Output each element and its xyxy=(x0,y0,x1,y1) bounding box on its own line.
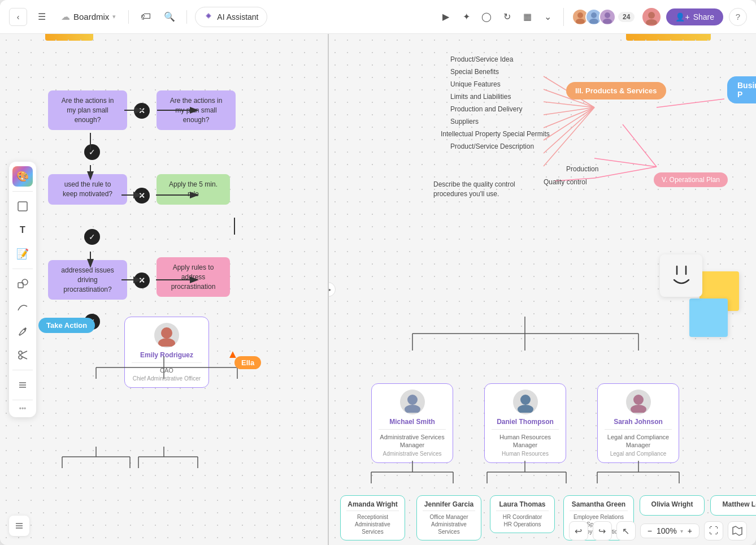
zoom-chevron-icon[interactable]: ▾ xyxy=(680,528,683,534)
daniel-name: Daniel Thompson xyxy=(492,418,559,426)
single-avatar[interactable] xyxy=(642,8,661,26)
cloud-icon: ☁ xyxy=(61,11,70,22)
smiley-icon xyxy=(667,262,696,290)
cursor-button[interactable]: ↖ xyxy=(616,521,636,540)
content-area: 🎨 T 📝 xyxy=(0,34,756,545)
org-card-jennifer: Jennifer Garcia Office Manager Administr… xyxy=(416,495,481,540)
mm-center-node[interactable]: III. Products & Services xyxy=(566,82,666,100)
share-label: Share xyxy=(693,12,714,21)
mm-operational-node[interactable]: V. Operational Plan xyxy=(654,172,728,187)
mm-quality: Quality control xyxy=(544,178,587,186)
circle-x-2: ✕ xyxy=(134,188,150,204)
note-tool[interactable]: 📝 xyxy=(12,244,33,264)
ceo-avatar xyxy=(154,323,179,348)
avatar-count: 24 xyxy=(618,12,635,22)
org-card-daniel: Daniel Thompson Human Resources Manager … xyxy=(484,383,566,463)
chart-tool-button[interactable]: ▦ xyxy=(518,8,536,26)
mm-describe: Describe the quality control procedures … xyxy=(433,180,524,199)
undo-button[interactable]: ↩ xyxy=(569,521,588,540)
org-card-ceo: Emily Rodriguez CAO Chief Administrative… xyxy=(124,317,209,388)
daniel-title: Human Resources Manager xyxy=(492,433,559,449)
refresh-tool-button[interactable]: ↻ xyxy=(498,8,516,26)
avatars-group[interactable]: 24 xyxy=(572,8,635,25)
samantha-name: Samantha Green xyxy=(570,500,628,508)
color-palette-tool[interactable]: 🎨 xyxy=(12,166,33,187)
flow-node-q1b[interactable]: Are the actions in my plan small enough? xyxy=(157,90,236,130)
svg-point-45 xyxy=(161,327,172,339)
back-button[interactable]: ‹ xyxy=(9,8,27,26)
tag-button[interactable]: 🏷 xyxy=(137,8,155,26)
pen-tool[interactable] xyxy=(12,321,33,341)
svg-point-3 xyxy=(591,12,597,18)
avatar-3 xyxy=(599,8,616,25)
michael-dept: Administrative Services xyxy=(379,451,446,457)
zoom-control[interactable]: − 100% ▾ + xyxy=(640,524,699,538)
more-tool-button[interactable]: ⌄ xyxy=(538,8,557,26)
chat-tool-button[interactable]: ◯ xyxy=(477,8,496,26)
rectangle-tool[interactable] xyxy=(12,196,33,217)
svg-point-66 xyxy=(633,395,644,405)
share-button[interactable]: 👤+ Share xyxy=(666,8,723,25)
svg-point-12 xyxy=(19,351,22,354)
mm-branch-1: Product/Service Idea xyxy=(450,55,513,63)
flow-node-q2[interactable]: used the rule to keep motivated? xyxy=(48,174,127,205)
left-panel: 🎨 T 📝 xyxy=(0,34,329,545)
zoom-plus-icon[interactable]: + xyxy=(687,526,693,535)
mm-branch-3: Unique Features xyxy=(450,80,501,88)
curve-tool[interactable] xyxy=(12,297,33,318)
logo-text: Boardmix xyxy=(73,12,109,21)
share-icon: 👤+ xyxy=(675,12,689,21)
mm-production: Production xyxy=(566,165,598,173)
header-divider xyxy=(128,10,129,24)
chevron-down-icon: ▾ xyxy=(112,13,116,20)
boardmix-logo[interactable]: ☁ Boardmix ▾ xyxy=(57,9,120,24)
list-tool[interactable] xyxy=(12,375,33,395)
laura-dept: HR Operations xyxy=(496,521,549,528)
map-button[interactable] xyxy=(728,521,747,540)
mm-business-node[interactable]: Business P xyxy=(727,76,756,103)
shape-tool[interactable] xyxy=(12,274,33,294)
play-tool-button[interactable]: ▶ xyxy=(437,8,455,26)
flow-node-a2[interactable]: Apply rules to address procrastination xyxy=(157,257,230,297)
menu-button[interactable]: ☰ xyxy=(33,8,51,26)
svg-point-6 xyxy=(603,19,612,24)
michael-title: Administrative Services Manager xyxy=(379,433,446,449)
svg-point-62 xyxy=(407,395,418,405)
svg-point-4 xyxy=(589,19,598,24)
svg-point-2 xyxy=(576,19,585,24)
svg-line-15 xyxy=(22,357,28,360)
daniel-dept: Human Resources xyxy=(492,451,559,457)
org-card-michael: Michael Smith Administrative Services Ma… xyxy=(371,383,453,463)
laura-title: HR Coordinator xyxy=(496,513,549,521)
mm-branch-6: Suppliers xyxy=(450,118,479,126)
bottom-toolbar xyxy=(9,516,29,536)
toolbar-separator-4 xyxy=(12,400,33,400)
olivia-name: Olivia Wright xyxy=(646,500,698,508)
search-button[interactable]: 🔍 xyxy=(160,8,179,26)
mm-branch-4: Limits and Liabilities xyxy=(450,93,511,101)
ai-assistant-button[interactable]: AI Assistant xyxy=(195,7,267,27)
org-card-amanda: Amanda Wright Receptionist Administrativ… xyxy=(340,495,405,540)
flow-node-q3[interactable]: addressed issues driving procrastination… xyxy=(48,260,127,300)
zoom-minus-icon[interactable]: − xyxy=(646,526,653,535)
org-card-matthew: Matthew Lee xyxy=(710,495,756,516)
flow-node-q1[interactable]: Are the actions in my plan small enough? xyxy=(48,90,127,130)
expand-button[interactable]: ⛶ xyxy=(704,521,723,540)
scissor-tool[interactable] xyxy=(12,345,33,365)
flow-node-a1[interactable]: Apply the 5 min. rule xyxy=(157,174,230,205)
redo-button[interactable]: ↪ xyxy=(593,521,612,540)
svg-point-67 xyxy=(631,405,646,413)
text-tool[interactable]: T xyxy=(12,220,33,240)
circle-check-1: ✓ xyxy=(84,144,100,160)
toolbar-separator-3 xyxy=(12,370,33,370)
toolbar-separator-2 xyxy=(12,269,33,269)
jennifer-title: Office Manager xyxy=(423,513,475,521)
jennifer-name: Jennifer Garcia xyxy=(423,500,475,508)
circle-x-1: ✕ xyxy=(134,103,150,119)
help-button[interactable]: ? xyxy=(729,8,747,26)
star-tool-button[interactable]: ✦ xyxy=(457,8,475,26)
matthew-name: Matthew Lee xyxy=(716,500,756,508)
mm-branch-8: Product/Service Description xyxy=(450,142,534,150)
toolbar-more[interactable]: ••• xyxy=(12,405,33,413)
bottom-list-button[interactable] xyxy=(9,516,29,536)
